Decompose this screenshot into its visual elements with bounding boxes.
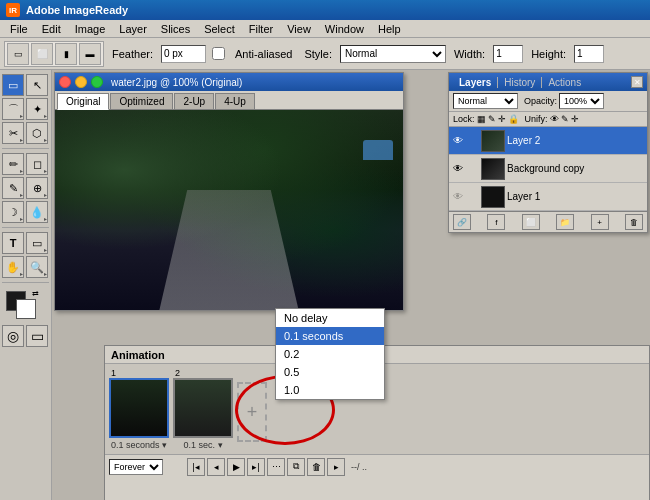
shape-tool[interactable]: ▭ bbox=[26, 232, 48, 254]
tab-2up[interactable]: 2-Up bbox=[174, 93, 214, 109]
hand-tool[interactable]: ✋ bbox=[2, 256, 24, 278]
lock-label: Lock: bbox=[453, 114, 475, 124]
frame1-thumb[interactable] bbox=[109, 378, 169, 438]
clone-tool[interactable]: ✎ bbox=[2, 177, 24, 199]
rect-marquee-tool[interactable]: ▭ bbox=[2, 74, 24, 96]
move-tool[interactable]: ↖ bbox=[26, 74, 48, 96]
layer-delete-btn[interactable]: 🗑 bbox=[625, 214, 643, 230]
tab-optimized[interactable]: Optimized bbox=[110, 93, 173, 109]
unify-label: Unify: bbox=[525, 114, 548, 124]
layer2-visibility-icon[interactable]: 👁 bbox=[451, 135, 465, 146]
menu-edit[interactable]: Edit bbox=[36, 22, 67, 36]
layer-row-layer1[interactable]: 👁 Layer 1 bbox=[449, 183, 647, 211]
unify-paint-btn[interactable]: ✎ bbox=[561, 114, 569, 124]
style-label: Style: bbox=[300, 48, 336, 60]
height-input[interactable] bbox=[574, 45, 604, 63]
loop-select[interactable]: Forever Once Other... bbox=[109, 459, 163, 475]
frame2-thumb[interactable] bbox=[173, 378, 233, 438]
brush-tool[interactable]: ✏ bbox=[2, 153, 24, 175]
feather-input[interactable] bbox=[161, 45, 206, 63]
lock-all-btn[interactable]: 🔒 bbox=[508, 114, 519, 124]
delay-no-delay[interactable]: No delay bbox=[276, 309, 384, 327]
lasso-tool[interactable]: ⌒ bbox=[2, 98, 24, 120]
menu-select[interactable]: Select bbox=[198, 22, 241, 36]
bgcopy-visibility-icon[interactable]: 👁 bbox=[451, 163, 465, 174]
anim-play-btn[interactable]: ▶ bbox=[227, 458, 245, 476]
rounded-select-btn[interactable]: ⬜ bbox=[31, 43, 53, 65]
width-input[interactable] bbox=[493, 45, 523, 63]
history-tab[interactable]: History bbox=[497, 77, 541, 88]
menu-slices[interactable]: Slices bbox=[155, 22, 196, 36]
blur-tool[interactable]: 💧 bbox=[26, 201, 48, 223]
rect-select-btn[interactable]: ▭ bbox=[7, 43, 29, 65]
layer1-visibility-icon[interactable]: 👁 bbox=[451, 191, 465, 202]
bgcopy-name: Background copy bbox=[507, 163, 645, 174]
layer-link-btn[interactable]: 🔗 bbox=[453, 214, 471, 230]
app-icon: IR bbox=[6, 3, 20, 17]
layer-fx-btn[interactable]: f bbox=[487, 214, 505, 230]
layer-group-btn[interactable]: 📁 bbox=[556, 214, 574, 230]
zoom-tool[interactable]: 🔍 bbox=[26, 256, 48, 278]
layer-mask-btn[interactable]: ⬜ bbox=[522, 214, 540, 230]
anim-frame-2[interactable]: 2 0.1 sec. ▾ bbox=[173, 368, 233, 450]
delay-1-0[interactable]: 1.0 bbox=[276, 381, 384, 399]
frame2-delay[interactable]: 0.1 sec. ▾ bbox=[183, 440, 222, 450]
eraser-tool[interactable]: ◻ bbox=[26, 153, 48, 175]
layer-row-bg-copy[interactable]: 👁 Background copy bbox=[449, 155, 647, 183]
blend-mode-select[interactable]: Normal bbox=[453, 93, 518, 109]
anim-prev-btn[interactable]: ◂ bbox=[207, 458, 225, 476]
tab-4up[interactable]: 4-Up bbox=[215, 93, 255, 109]
slice-tool[interactable]: ⬡ bbox=[26, 122, 48, 144]
delay-0-5[interactable]: 0.5 bbox=[276, 363, 384, 381]
menu-image[interactable]: Image bbox=[69, 22, 112, 36]
menu-help[interactable]: Help bbox=[372, 22, 407, 36]
unify-eye-btn[interactable]: 👁 bbox=[550, 114, 559, 124]
anim-tween-btn[interactable]: ⋯ bbox=[267, 458, 285, 476]
quick-mask-btn[interactable]: ◎ bbox=[2, 325, 24, 347]
anim-duplicate-btn[interactable]: ⧉ bbox=[287, 458, 305, 476]
swap-colors-icon[interactable]: ⇄ bbox=[32, 289, 39, 298]
style-select[interactable]: Normal Fixed Aspect Ratio Fixed Size bbox=[340, 45, 446, 63]
menu-file[interactable]: File bbox=[4, 22, 34, 36]
delay-0-1[interactable]: 0.1 seconds bbox=[276, 327, 384, 345]
lock-position-btn[interactable]: ✛ bbox=[498, 114, 506, 124]
single-row-btn[interactable]: ▬ bbox=[79, 43, 101, 65]
close-btn[interactable] bbox=[59, 76, 71, 88]
unify-pos-btn[interactable]: ✛ bbox=[571, 114, 579, 124]
layers-tab-active[interactable]: Layers bbox=[453, 77, 497, 88]
menu-view[interactable]: View bbox=[281, 22, 317, 36]
delay-0-2[interactable]: 0.2 bbox=[276, 345, 384, 363]
opacity-select[interactable]: 100% bbox=[559, 93, 604, 109]
layer-new-btn[interactable]: + bbox=[591, 214, 609, 230]
actions-tab[interactable]: Actions bbox=[541, 77, 587, 88]
tab-original[interactable]: Original bbox=[57, 93, 109, 110]
frame1-delay[interactable]: 0.1 seconds ▾ bbox=[111, 440, 167, 450]
lock-transparent-btn[interactable]: ▦ bbox=[477, 114, 486, 124]
minimize-btn[interactable] bbox=[75, 76, 87, 88]
layer-row-layer2[interactable]: 👁 Layer 2 bbox=[449, 127, 647, 155]
text-tool[interactable]: T bbox=[2, 232, 24, 254]
crop-tool[interactable]: ✂ bbox=[2, 122, 24, 144]
layers-close-btn[interactable]: ✕ bbox=[631, 76, 643, 88]
bgcopy-thumbnail bbox=[481, 158, 505, 180]
anim-next-btn[interactable]: ▸| bbox=[247, 458, 265, 476]
screen-mode-btn[interactable]: ▭ bbox=[26, 325, 48, 347]
lock-image-btn[interactable]: ✎ bbox=[488, 114, 496, 124]
anim-first-btn[interactable]: |◂ bbox=[187, 458, 205, 476]
anim-menu-btn[interactable]: ▸ bbox=[327, 458, 345, 476]
anim-frame-1[interactable]: 1 0.1 seconds ▾ bbox=[109, 368, 169, 450]
magic-wand-tool[interactable]: ✦ bbox=[26, 98, 48, 120]
dodge-tool[interactable]: ☽ bbox=[2, 201, 24, 223]
anti-alias-checkbox[interactable] bbox=[212, 47, 225, 60]
image-window-title: water2.jpg @ 100% (Original) bbox=[111, 77, 242, 88]
background-color[interactable] bbox=[16, 299, 36, 319]
add-frame-btn[interactable]: + bbox=[237, 382, 267, 442]
menu-layer[interactable]: Layer bbox=[113, 22, 153, 36]
single-col-btn[interactable]: ▮ bbox=[55, 43, 77, 65]
menu-filter[interactable]: Filter bbox=[243, 22, 279, 36]
width-label: Width: bbox=[450, 48, 489, 60]
anim-delete-btn[interactable]: 🗑 bbox=[307, 458, 325, 476]
maximize-btn[interactable] bbox=[91, 76, 103, 88]
heal-tool[interactable]: ⊕ bbox=[26, 177, 48, 199]
menu-window[interactable]: Window bbox=[319, 22, 370, 36]
